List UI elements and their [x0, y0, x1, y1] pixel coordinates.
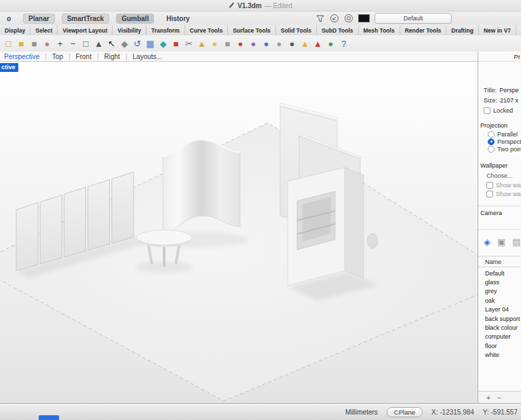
bottom-status-bar: Millimeters CPlane X: -12315.984 Y: -591…: [0, 403, 521, 420]
cursor-circle-icon[interactable]: [330, 14, 339, 23]
wallpaper-checkbox-row[interactable]: Show wallp: [478, 189, 521, 198]
layer-row[interactable]: grey: [478, 287, 521, 296]
ribbon-tab[interactable]: SubD Tools: [317, 25, 359, 35]
layer-row[interactable]: black colour: [478, 323, 521, 332]
target-icon[interactable]: [344, 14, 353, 23]
mode-toggle[interactable]: Planar: [23, 14, 55, 24]
locked-checkbox-row[interactable]: Locked: [478, 105, 521, 115]
rhino-window: V1.3dm — Edited oPlanarSmartTrackGumball…: [0, 0, 521, 420]
pan-icon[interactable]: ◆: [118, 37, 131, 50]
properties-panel-header[interactable]: Pr: [478, 52, 521, 62]
rotate-view-icon[interactable]: ↺: [131, 37, 144, 50]
layer-row[interactable]: floor: [478, 341, 521, 350]
ribbon-tab[interactable]: Render Tools: [400, 25, 447, 35]
ribbon-tab[interactable]: Viewport Layout: [58, 25, 113, 35]
mode-toggle[interactable]: Gumball: [116, 14, 154, 24]
viewport-3d-scene[interactable]: [0, 62, 478, 403]
zoom-out-icon[interactable]: −: [66, 37, 79, 50]
render-red-icon[interactable]: ●: [234, 37, 247, 50]
print-icon[interactable]: ●: [41, 37, 54, 50]
earth-icon[interactable]: ●: [324, 37, 337, 50]
bulb-icon[interactable]: ●: [208, 37, 221, 50]
render-blue-icon[interactable]: ●: [260, 37, 273, 50]
layers-list: DefaultglassgreyoakLayer 04back supportb…: [478, 267, 521, 360]
filter-funnel-icon[interactable]: [315, 14, 325, 23]
layer-row[interactable]: glass: [478, 278, 521, 286]
viewport-name-overlay[interactable]: ctive: [0, 63, 18, 72]
page-icon[interactable]: ▤: [512, 237, 520, 246]
window-titlebar[interactable]: V1.3dm — Edited: [0, 0, 521, 12]
flag-icon[interactable]: ▲: [311, 37, 324, 50]
funnel-icon[interactable]: ▲: [298, 37, 311, 50]
viewport-tab[interactable]: Top: [52, 53, 76, 60]
wallpaper-section-label: Wallpaper: [478, 161, 521, 170]
layers-icon[interactable]: ◈: [484, 237, 490, 246]
background-color-swatch[interactable]: [358, 14, 370, 22]
layer-row[interactable]: Default: [478, 269, 521, 278]
shelf-unit: [288, 168, 364, 286]
help-icon[interactable]: ?: [337, 37, 350, 50]
save-icon[interactable]: ■: [28, 37, 41, 50]
zoom-extents-icon[interactable]: □: [79, 37, 92, 50]
locked-checkbox[interactable]: [484, 107, 490, 114]
ribbon-tab[interactable]: Drafting: [446, 25, 479, 35]
ribbon-tab[interactable]: Curve Tools: [185, 25, 229, 35]
ribbon-tab[interactable]: Transform: [147, 25, 185, 35]
projection-section-label: Projection: [478, 121, 521, 130]
mode-toggle[interactable]: SmartTrack: [62, 14, 109, 24]
zoom-selected-icon[interactable]: ▲: [92, 37, 105, 50]
toggle-bar-right-cluster: Default: [315, 12, 452, 25]
viewport-title-value[interactable]: Perspe: [499, 87, 519, 94]
wallpaper-choose-button[interactable]: Choose...: [478, 170, 521, 180]
dock-item-peek: [39, 415, 59, 420]
radio-icon: [488, 131, 495, 138]
cplane-dropdown[interactable]: CPlane: [387, 407, 423, 417]
material-ball-icon[interactable]: ●: [247, 37, 260, 50]
sphere-gray-icon[interactable]: ●: [273, 37, 286, 50]
ribbon-tab[interactable]: Solid Tools: [276, 25, 317, 35]
mode-toggle[interactable]: o: [1, 14, 16, 24]
grid-icon[interactable]: ▦: [144, 37, 157, 50]
ribbon-tab[interactable]: New in V7: [479, 25, 516, 35]
radio-icon: [488, 146, 495, 153]
cut-icon[interactable]: ✂: [182, 37, 195, 50]
ribbon-tab[interactable]: Select: [31, 25, 58, 35]
object-icon[interactable]: ◆: [157, 37, 170, 50]
projection-radio[interactable]: Parallel: [478, 130, 521, 138]
remove-layer-button[interactable]: −: [495, 394, 504, 402]
viewport-title-row: Title: Perspe: [478, 85, 521, 95]
sphere-dark-icon[interactable]: ●: [286, 37, 298, 50]
panel-2: [40, 195, 62, 264]
car-icon[interactable]: ■: [170, 37, 182, 50]
ribbon-tab[interactable]: Mesh Tools: [359, 25, 400, 35]
layer-row[interactable]: white: [478, 351, 521, 360]
lamp-icon[interactable]: ▲: [195, 37, 208, 50]
mode-toggle[interactable]: History: [161, 14, 195, 24]
lock-icon[interactable]: ■: [221, 37, 234, 50]
select-arrow-icon[interactable]: ↖: [105, 37, 118, 50]
layer-row[interactable]: oak: [478, 296, 521, 305]
viewport-tab[interactable]: Layouts...: [133, 53, 162, 60]
projection-radio[interactable]: Two point: [478, 145, 521, 153]
layer-row[interactable]: back support: [478, 314, 521, 323]
perspective-viewport[interactable]: ctive: [0, 62, 478, 403]
ribbon-tab[interactable]: Visibility: [113, 25, 147, 35]
new-file-icon[interactable]: □: [2, 37, 15, 50]
toggle-list: oPlanarSmartTrackGumballHistory: [1, 14, 195, 24]
wallpaper-checkbox-row[interactable]: Show wallp: [478, 180, 521, 189]
display-mode-dropdown[interactable]: Default: [374, 13, 452, 24]
open-file-icon[interactable]: ■: [15, 37, 28, 50]
viewport-tab[interactable]: Perspective: [4, 53, 52, 60]
units-label[interactable]: Millimeters: [345, 408, 378, 416]
add-layer-button[interactable]: +: [484, 394, 493, 402]
viewport-tab[interactable]: Front: [76, 53, 104, 60]
ribbon-tab[interactable]: Display: [0, 25, 31, 35]
viewport-tab[interactable]: Right: [104, 53, 133, 60]
layers-name-header[interactable]: Name: [478, 256, 521, 267]
layer-row[interactable]: Layer 04: [478, 305, 521, 314]
materials-icon[interactable]: ▣: [497, 237, 505, 246]
zoom-in-icon[interactable]: +: [54, 37, 66, 50]
ribbon-tab[interactable]: Surface Tools: [228, 25, 276, 35]
layer-row[interactable]: computer: [478, 332, 521, 341]
projection-radio[interactable]: Perspective: [478, 138, 521, 145]
